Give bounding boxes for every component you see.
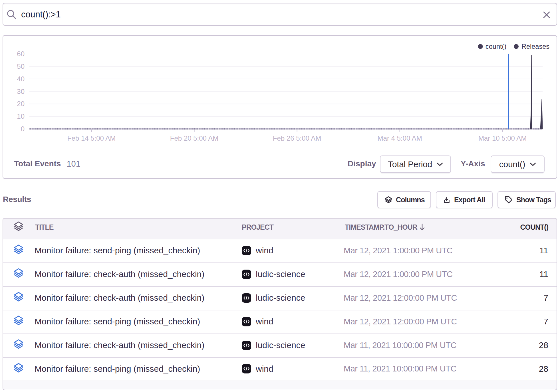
svg-text:20: 20 xyxy=(17,100,25,108)
svg-text:Feb 14 5:00 AM: Feb 14 5:00 AM xyxy=(67,134,116,142)
svg-text:count(): count() xyxy=(486,43,506,50)
svg-text:30: 30 xyxy=(17,88,25,95)
svg-text:Feb 20 5:00 AM: Feb 20 5:00 AM xyxy=(170,134,218,142)
svg-text:50: 50 xyxy=(17,62,25,70)
svg-text:40: 40 xyxy=(17,75,25,83)
svg-text:Mar 4 5:00 AM: Mar 4 5:00 AM xyxy=(378,134,422,142)
svg-text:10: 10 xyxy=(17,112,25,120)
svg-text:Mar 10 5:00 AM: Mar 10 5:00 AM xyxy=(478,134,527,142)
svg-text:Feb 26 5:00 AM: Feb 26 5:00 AM xyxy=(273,134,321,142)
svg-text:60: 60 xyxy=(17,50,25,58)
svg-text:Releases: Releases xyxy=(521,43,549,50)
svg-text:0: 0 xyxy=(21,125,25,133)
